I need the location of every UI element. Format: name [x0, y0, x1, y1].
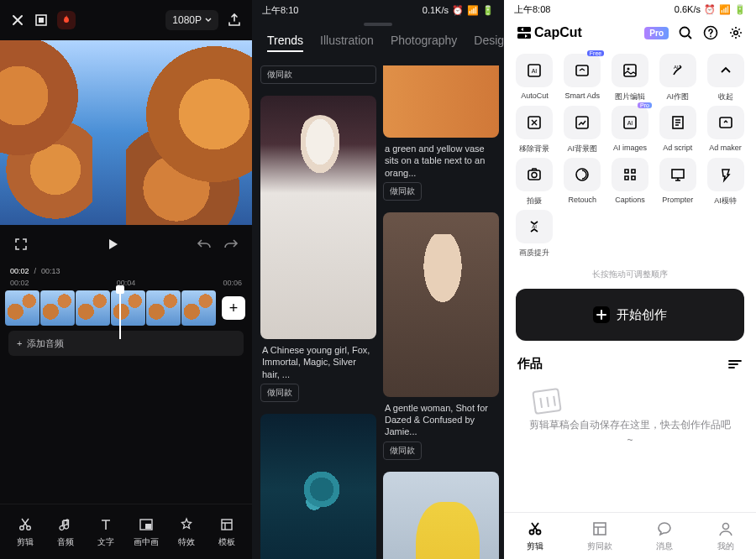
nav-edit[interactable]: 剪辑: [526, 520, 544, 552]
feature-smart-ads[interactable]: FreeSmart Ads: [560, 54, 605, 102]
trend-image[interactable]: [260, 414, 376, 559]
tab-illustration[interactable]: Illustration: [320, 34, 374, 52]
category-tabs: Trends Illustration Photography Design: [252, 20, 504, 62]
add-audio-button[interactable]: + 添加音频: [8, 331, 244, 356]
add-clip-button[interactable]: +: [222, 296, 245, 320]
tool-text[interactable]: 文字: [89, 516, 123, 548]
feature-图片编辑[interactable]: 图片编辑: [608, 54, 653, 102]
nav-message[interactable]: 消息: [655, 520, 674, 552]
svg-rect-5: [145, 524, 151, 529]
editor-pane: 1080P 00:02/00:13 00:0200:0400:06 + + 添加…: [0, 0, 252, 559]
make-same-button[interactable]: 做同款: [383, 441, 422, 460]
play-icon[interactable]: [106, 238, 119, 251]
tab-trends[interactable]: Trends: [267, 34, 303, 52]
trend-image[interactable]: [383, 212, 499, 397]
trend-card[interactable]: A Chinese young girl, Fox, Immortal, Mag…: [260, 96, 376, 407]
trend-image[interactable]: [260, 96, 376, 339]
trend-image[interactable]: [383, 65, 499, 138]
feature-ai作图[interactable]: AIAI作图: [655, 54, 700, 102]
nav-profile[interactable]: 我的: [717, 520, 735, 552]
svg-point-33: [722, 524, 728, 530]
expand-icon[interactable]: [13, 237, 29, 252]
plus-icon: [593, 306, 610, 323]
sheet-handle[interactable]: [364, 23, 392, 26]
feature-画质提升[interactable]: AI画质提升: [512, 210, 557, 259]
playhead[interactable]: [119, 289, 121, 339]
clip-thumb[interactable]: [76, 290, 110, 326]
clip-thumb[interactable]: [40, 290, 75, 326]
undo-icon[interactable]: [197, 238, 212, 251]
tool-template[interactable]: 模板: [210, 516, 244, 548]
trend-card[interactable]: a green and yellow vase sits on a table …: [383, 65, 499, 206]
trend-image[interactable]: [383, 472, 499, 559]
redo-icon[interactable]: [223, 238, 239, 251]
svg-point-16: [627, 68, 629, 71]
svg-rect-7: [517, 27, 531, 32]
clip-thumb[interactable]: [5, 290, 39, 326]
flame-icon[interactable]: [57, 11, 76, 29]
svg-point-30: [529, 530, 533, 535]
tab-photography[interactable]: Photography: [391, 34, 457, 52]
sort-icon[interactable]: [727, 358, 743, 370]
reorder-hint: 长按拖动可调整顺序: [504, 265, 756, 289]
make-same-button[interactable]: 做同款: [383, 182, 422, 201]
tool-audio[interactable]: 音频: [49, 516, 82, 548]
preview-canvas[interactable]: [0, 40, 252, 225]
alarm-icon: ⏰: [452, 5, 464, 16]
make-same-button[interactable]: 做同款: [260, 384, 299, 402]
help-icon[interactable]: [702, 24, 719, 41]
canvas-icon[interactable]: [34, 13, 49, 28]
feature-ai背景图[interactable]: AI背景图: [560, 106, 605, 154]
feature-拍摄[interactable]: 拍摄: [512, 158, 557, 206]
feature-ai模特[interactable]: AI模特: [703, 158, 748, 206]
clip-thumb[interactable]: [111, 290, 145, 326]
export-icon[interactable]: [227, 13, 242, 28]
svg-point-9: [680, 28, 690, 37]
clip-thumb[interactable]: [146, 290, 181, 326]
feature-ad-maker[interactable]: Ad maker: [703, 106, 748, 154]
playback-controls: [0, 225, 252, 264]
svg-rect-8: [517, 34, 531, 39]
tool-cut[interactable]: 剪辑: [8, 516, 42, 548]
editor-header: 1080P: [0, 0, 252, 40]
search-icon[interactable]: [677, 24, 694, 41]
clip-track[interactable]: +: [0, 290, 252, 326]
alarm-icon: ⏰: [704, 4, 716, 15]
resolution-select[interactable]: 1080P: [165, 10, 218, 30]
trend-card[interactable]: [260, 414, 376, 559]
time-display: 00:02/00:13: [0, 264, 252, 279]
feature-retouch[interactable]: Retouch: [560, 158, 605, 206]
battery-icon: 🔋: [734, 4, 746, 15]
timeline[interactable]: 00:0200:0400:06 + + 添加音频: [0, 279, 252, 361]
tab-design[interactable]: Design: [474, 34, 504, 52]
svg-text:AI: AI: [532, 68, 538, 74]
feature-ad-script[interactable]: Ad script: [655, 106, 700, 154]
settings-icon[interactable]: [727, 24, 744, 41]
pro-badge[interactable]: Pro: [644, 27, 669, 39]
trends-grid[interactable]: 做同款 A Chinese young girl, Fox, Immortal,…: [252, 65, 504, 559]
svg-rect-15: [624, 65, 636, 76]
feature-prompter[interactable]: Prompter: [655, 158, 700, 206]
editor-toolbar: 剪辑 音频 文字 画中画 特效 模板: [0, 504, 252, 559]
trend-card[interactable]: A gentle woman, Shot for Dazed & Confuse…: [383, 212, 499, 465]
feature-autocut[interactable]: AIAutoCut: [512, 54, 557, 102]
battery-icon: 🔋: [482, 5, 494, 16]
create-button[interactable]: 开始创作: [516, 289, 744, 341]
draft-icon: [529, 385, 566, 417]
nav-template[interactable]: 剪同款: [587, 520, 612, 552]
feature-收起[interactable]: 收起: [703, 54, 748, 102]
svg-text:AI: AI: [627, 120, 633, 126]
trend-caption: A Chinese young girl, Fox, Immortal, Mag…: [260, 339, 376, 384]
feature-ai-images[interactable]: ProAIAI images: [608, 106, 653, 154]
svg-point-11: [734, 31, 738, 35]
feature-captions[interactable]: Captions: [608, 158, 653, 206]
feature-移除背景[interactable]: 移除背景: [512, 106, 557, 154]
timeline-ruler: 00:0200:0400:06: [0, 279, 252, 290]
tool-fx[interactable]: 特效: [170, 516, 203, 548]
trends-pane: 上午8:10 0.1K/s⏰📶🔋 Trends Illustration Pho…: [252, 0, 504, 559]
make-same-button[interactable]: 做同款: [260, 65, 376, 84]
close-icon[interactable]: [10, 13, 25, 28]
trend-card[interactable]: Tokyo coloured living, on the street, ye…: [383, 472, 499, 559]
clip-thumb[interactable]: [181, 290, 216, 326]
tool-pip[interactable]: 画中画: [129, 516, 163, 548]
